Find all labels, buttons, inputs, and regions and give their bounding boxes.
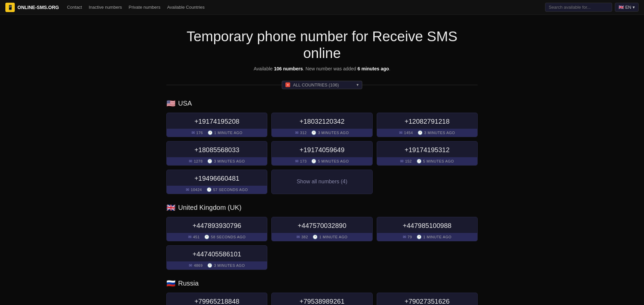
phone-meta-1-0: ✉ 451 🕐 58 SECONDS AGO — [167, 233, 267, 241]
sms-count-item-1-2: ✉ 79 — [403, 235, 412, 239]
phone-card-1-0[interactable]: +447893930796 ✉ 451 🕐 58 SECONDS AGO — [166, 217, 267, 241]
language-button[interactable]: 🇬🇧 EN ▾ — [615, 3, 639, 12]
time-item-0-0: 🕐 1 MINUTE AGO — [208, 130, 243, 135]
phone-meta-1-2: ✉ 79 🕐 1 MINUTE AGO — [377, 233, 477, 241]
sms-count-0-3: 1278 — [194, 159, 203, 163]
sms-count-item-1-0: ✉ 451 — [188, 235, 200, 239]
envelope-icon-0-0: ✉ — [192, 130, 195, 135]
filter-clear[interactable]: × — [285, 82, 290, 87]
phone-card-0-4[interactable]: +19174059649 ✉ 173 🕐 5 MINUTES AGO — [271, 141, 372, 166]
phone-meta-0-4: ✉ 173 🕐 5 MINUTES AGO — [272, 157, 372, 165]
clock-icon-0-5: 🕐 — [417, 159, 422, 164]
sms-count-0-2: 1454 — [404, 131, 413, 135]
time-item-0-5: 🕐 5 MINUTES AGO — [417, 159, 454, 164]
country-section-united-kingdom-(uk): 🇬🇧United Kingdom (UK)+447893930796 ✉ 451… — [166, 203, 478, 270]
phone-number-1-0: +447893930796 — [167, 217, 267, 233]
time-item-0-6: 🕐 57 SECONDS AGO — [207, 187, 248, 192]
envelope-icon-0-5: ✉ — [400, 159, 404, 164]
main-container: Temporary phone number for Receive SMS o… — [161, 15, 483, 305]
nav-contact[interactable]: Contact — [67, 5, 82, 10]
country-filter[interactable]: × ALL COUNTRIES (106) ▾ — [282, 81, 362, 89]
sms-count-0-6: 10424 — [191, 188, 202, 192]
lang-flag: 🇬🇧 — [619, 5, 624, 10]
sms-count-item-0-1: ✉ 312 — [295, 130, 307, 135]
clock-icon-0-1: 🕐 — [311, 130, 317, 135]
phone-card-0-3[interactable]: +18085568033 ✉ 1278 🕐 3 MINUTES AGO — [166, 141, 267, 166]
time-value-0-4: 5 MINUTES AGO — [318, 159, 349, 163]
phone-number-0-4: +19174059649 — [272, 141, 372, 157]
phone-card-0-6[interactable]: +19496660481 ✉ 10424 🕐 57 SECONDS AGO — [166, 170, 267, 194]
nav-right: 🇬🇧 EN ▾ — [545, 3, 639, 12]
phone-meta-0-3: ✉ 1278 🕐 3 MINUTES AGO — [167, 157, 267, 165]
time-value-0-2: 3 MINUTES AGO — [424, 131, 455, 135]
lang-code: EN — [625, 5, 631, 10]
phone-card-2-1[interactable]: +79538989261 ✉ 3992 🕐 8 MINUTES AGO — [271, 293, 372, 305]
hero-title: Temporary phone number for Receive SMS o… — [166, 28, 478, 62]
time-item-0-2: 🕐 3 MINUTES AGO — [418, 130, 455, 135]
time-value-0-3: 3 MINUTES AGO — [214, 159, 245, 163]
sms-count-0-0: 176 — [196, 131, 203, 135]
phone-number-1-2: +447985100988 — [377, 217, 477, 233]
clock-icon-1-1: 🕐 — [313, 235, 318, 239]
sms-count-item-0-6: ✉ 10424 — [186, 187, 202, 192]
clock-icon-0-6: 🕐 — [207, 187, 212, 192]
phone-number-1-3: +447405586101 — [167, 246, 267, 261]
phone-card-0-5[interactable]: +19174195312 ✉ 152 🕐 5 MINUTES AGO — [377, 141, 478, 166]
time-item-1-3: 🕐 3 MINUTES AGO — [207, 263, 245, 268]
brand-name[interactable]: ONLINE-SMS.ORG — [17, 5, 59, 10]
sms-count-0-1: 312 — [300, 131, 307, 135]
clock-icon-1-3: 🕐 — [207, 263, 213, 268]
numbers-count: 106 numbers — [274, 66, 303, 71]
brand-emoji: 📱 — [7, 5, 13, 10]
phone-number-2-2: +79027351626 — [377, 293, 477, 305]
phone-number-0-5: +19174195312 — [377, 141, 477, 157]
show-all-button-0[interactable]: Show all numbers (4) — [271, 170, 372, 194]
navbar: 📱 ONLINE-SMS.ORG Contact Inactive number… — [0, 0, 644, 15]
search-input[interactable] — [545, 3, 612, 12]
countries-container: 🇺🇸USA+19174195208 ✉ 176 🕐 1 MINUTE AGO +… — [166, 99, 478, 305]
nav-available-countries[interactable]: Available Countries — [167, 5, 205, 10]
phone-card-0-0[interactable]: +19174195208 ✉ 176 🕐 1 MINUTE AGO — [166, 113, 267, 137]
sms-count-item-0-0: ✉ 176 — [192, 130, 203, 135]
phone-meta-0-1: ✉ 312 🕐 3 MINUTES AGO — [272, 129, 372, 137]
time-item-0-1: 🕐 3 MINUTES AGO — [311, 130, 349, 135]
phone-card-0-2[interactable]: +12082791218 ✉ 1454 🕐 3 MINUTES AGO — [377, 113, 478, 137]
subtitle-end: . — [389, 66, 390, 71]
country-flag-1: 🇬🇧 — [166, 203, 175, 212]
phone-card-1-3[interactable]: +447405586101 ✉ 4869 🕐 3 MINUTES AGO — [166, 245, 267, 270]
time-value-1-1: 1 MINUTE AGO — [319, 235, 347, 239]
phone-card-1-1[interactable]: +447570032890 ✉ 382 🕐 1 MINUTE AGO — [271, 217, 372, 241]
phone-grid-1: +447893930796 ✉ 451 🕐 58 SECONDS AGO +44… — [166, 217, 478, 270]
phone-card-1-2[interactable]: +447985100988 ✉ 79 🕐 1 MINUTE AGO — [377, 217, 478, 241]
phone-card-2-2[interactable]: +79027351626 ✉ 3567 🕐 18 SECONDS AGO — [377, 293, 478, 305]
envelope-icon-0-1: ✉ — [295, 130, 299, 135]
time-value-0-6: 57 SECONDS AGO — [213, 188, 248, 192]
brand[interactable]: 📱 ONLINE-SMS.ORG — [5, 3, 59, 12]
sms-count-item-0-2: ✉ 1454 — [399, 130, 413, 135]
phone-card-0-1[interactable]: +18032120342 ✉ 312 🕐 3 MINUTES AGO — [271, 113, 372, 137]
envelope-icon-0-2: ✉ — [399, 130, 403, 135]
time-item-1-0: 🕐 58 SECONDS AGO — [204, 235, 246, 239]
country-section-usa: 🇺🇸USA+19174195208 ✉ 176 🕐 1 MINUTE AGO +… — [166, 99, 478, 194]
time-value-0-5: 5 MINUTES AGO — [423, 159, 454, 163]
sms-count-1-3: 4869 — [194, 263, 203, 267]
clock-icon-0-3: 🕐 — [207, 159, 213, 164]
time-item-0-3: 🕐 3 MINUTES AGO — [207, 159, 245, 164]
clock-icon-1-2: 🕐 — [417, 235, 422, 239]
filter-chevron-icon: ▾ — [357, 82, 359, 87]
nav-private-numbers[interactable]: Private numbers — [128, 5, 160, 10]
envelope-icon-1-3: ✉ — [189, 263, 193, 268]
phone-number-2-1: +79538989261 — [272, 293, 372, 305]
country-flag-2: 🇷🇺 — [166, 279, 175, 288]
phone-card-2-0[interactable]: +79965218848 ✉ 1785 🕐 3 MINUTES AGO — [166, 293, 267, 305]
sms-count-item-0-3: ✉ 1278 — [189, 159, 203, 164]
clock-icon-0-2: 🕐 — [418, 130, 423, 135]
filter-row: × ALL COUNTRIES (106) ▾ — [166, 81, 478, 89]
phone-meta-0-5: ✉ 152 🕐 5 MINUTES AGO — [377, 157, 477, 165]
envelope-icon-1-2: ✉ — [403, 235, 407, 239]
time-value-1-2: 1 MINUTE AGO — [423, 235, 451, 239]
nav-inactive-numbers[interactable]: Inactive numbers — [89, 5, 122, 10]
envelope-icon-0-6: ✉ — [186, 187, 190, 192]
phone-number-0-0: +19174195208 — [167, 113, 267, 129]
time-value-1-3: 3 MINUTES AGO — [214, 263, 245, 267]
